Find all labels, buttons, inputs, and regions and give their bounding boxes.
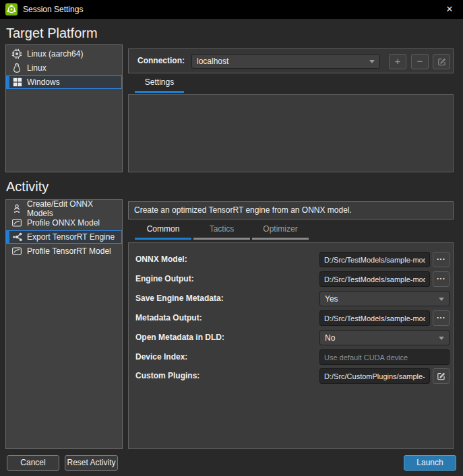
engine-output-input[interactable] [319,271,430,287]
tab-settings-label: Settings [145,77,174,87]
remove-connection-button[interactable]: − [411,54,429,69]
tab-optimizer-label: Optimizer [263,224,297,234]
ellipsis-icon: ... [437,272,445,281]
windows-logo-icon [12,77,23,88]
custom-plugins-input[interactable] [319,368,430,384]
connection-label: Connection: [137,56,185,65]
close-button[interactable]: ✕ [436,0,463,19]
connection-value: localhost [192,57,367,66]
metadata-output-browse-button[interactable]: ... [433,310,450,326]
cpu-icon [11,48,22,59]
engine-output-browse-button[interactable]: ... [433,271,450,287]
add-connection-button[interactable]: + [389,54,406,69]
title-bar: Session Settings ✕ [0,0,463,19]
activity-item-export-tensorrt[interactable]: Export TensorRT Engine [6,230,122,244]
activity-item-profile-onnx[interactable]: Profile ONNX Model [7,216,121,230]
activity-item-label: Profile TensorRT Model [27,246,111,256]
tab-common[interactable]: Common [135,222,191,240]
metadata-output-input[interactable] [319,310,430,326]
connection-panel: Connection: localhost + − [128,48,454,73]
platform-item-linux-aarch64[interactable]: Linux (aarch64) [7,47,121,61]
custom-plugins-label: Custom Plugins: [135,368,199,384]
linux-penguin-icon [11,63,22,73]
activity-heading: Activity [6,179,49,195]
platform-item-label: Linux (aarch64) [27,49,83,59]
tab-underline [135,91,184,93]
save-engine-metadata-value: Yes [320,294,436,304]
tab-tactics[interactable]: Tactics [193,222,250,240]
metadata-output-label: Metadata Output: [135,310,202,326]
tab-settings[interactable]: Settings [135,75,184,93]
open-metadata-in-dld-dropdown[interactable]: No [319,330,450,345]
connection-dropdown[interactable]: localhost [191,54,380,69]
activity-item-create-edit-onnx[interactable]: Create/Edit ONNX Models [7,202,121,215]
tab-underline [252,238,309,240]
minus-icon: − [417,55,423,67]
launch-button[interactable]: Launch [404,455,456,471]
platform-item-label: Linux [27,63,47,73]
tab-optimizer[interactable]: Optimizer [252,222,309,240]
nsight-app-icon [5,3,18,15]
target-platform-heading: Target Platform [6,26,98,41]
activity-item-label: Export TensorRT Engine [27,232,115,242]
device-index-label: Device Index: [135,349,187,365]
selection-bar [7,76,9,88]
selection-bar [7,231,9,243]
onnx-model-label: ONNX Model: [135,252,187,267]
platform-item-linux[interactable]: Linux [7,61,121,75]
activity-list: Create/Edit ONNX Models Profile ONNX Mod… [5,199,123,449]
activity-item-profile-tensorrt[interactable]: Profile TensorRT Model [7,244,121,258]
person-network-icon [11,203,22,214]
open-metadata-in-dld-value: No [320,333,436,343]
profile-gauge-icon [11,217,22,228]
save-engine-metadata-label: Save Engine Metadata: [135,291,224,306]
ellipsis-icon: ... [437,252,445,262]
edit-connection-button[interactable] [433,54,450,69]
chevron-down-icon [439,337,444,343]
target-platform-list: Linux (aarch64) Linux [5,44,123,172]
onnx-model-input[interactable] [319,252,430,267]
ellipsis-icon: ... [437,311,445,320]
custom-plugins-edit-button[interactable] [433,368,450,384]
common-tab-form: ONNX Model: ... Engine Output: ... Save … [128,242,454,449]
settings-panel [128,94,454,172]
save-engine-metadata-dropdown[interactable]: Yes [319,291,450,306]
tab-tactics-label: Tactics [210,224,235,234]
reset-activity-button[interactable]: Reset Activity [65,455,118,471]
chevron-down-icon [439,298,444,304]
open-metadata-in-dld-label: Open Metadata in DLD: [135,330,224,345]
activity-description: Create an optimized TensorRT engine from… [129,202,453,219]
platform-item-label: Windows [27,77,60,87]
profile-gauge-icon [11,246,22,257]
plus-icon: + [395,55,401,67]
onnx-model-browse-button[interactable]: ... [433,252,450,267]
activity-item-label: Profile ONNX Model [27,218,100,228]
edit-pencil-icon [433,57,450,67]
session-settings-dialog: Session Settings ✕ Target Platform [0,0,463,476]
activity-description-box: Create an optimized TensorRT engine from… [128,201,454,219]
engine-output-label: Engine Output: [135,271,194,287]
edit-pencil-icon [433,371,449,381]
platform-item-windows[interactable]: Windows [6,75,122,89]
device-index-input[interactable] [319,349,450,365]
cancel-button[interactable]: Cancel [7,455,59,471]
window-title: Session Settings [23,5,83,14]
tab-common-label: Common [147,224,180,234]
tab-underline [135,238,191,240]
chevron-down-icon [369,60,375,66]
tab-underline [193,238,250,240]
network-graph-icon [12,232,23,242]
activity-item-label: Create/Edit ONNX Models [27,199,121,218]
close-icon: ✕ [446,4,454,14]
